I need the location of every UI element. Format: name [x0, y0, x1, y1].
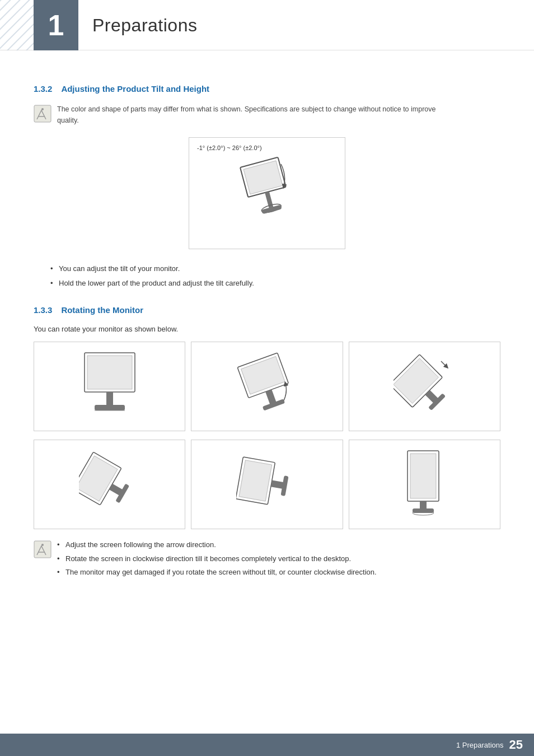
svg-rect-36 [34, 541, 51, 558]
section-1-3-3-title: Rotating the Monitor [61, 305, 143, 315]
svg-rect-28 [239, 460, 272, 501]
rotation-cell-3 [349, 342, 500, 431]
header-banner: 1 Preparations [0, 0, 534, 50]
section-1-3-2-note-box: The color and shape of parts may differ … [34, 104, 500, 126]
rotation-note-bullet-2: Rotate the screen in clockwise direction… [57, 553, 377, 564]
section-1-3-3-note-section: Adjust the screen following the arrow di… [34, 539, 500, 581]
rotation-note-bullet-3: The monitor may get damaged if you rotat… [57, 567, 377, 578]
rotation-cell-5 [191, 440, 343, 529]
tilt-monitor-svg [231, 147, 303, 240]
svg-rect-12 [106, 392, 113, 406]
section-1-3-2-number: 1.3.2 [34, 84, 52, 94]
tilt-angle-label: -1° (±2.0°) ~ 26° (±2.0°) [197, 144, 262, 151]
svg-point-4 [41, 108, 44, 110]
main-content: 1.3.2 Adjusting the Product Tilt and Hei… [0, 50, 534, 626]
section-1-3-2-note-text: The color and shape of parts may differ … [57, 104, 438, 126]
section-1-3-3-intro: You can rotate your monitor as shown bel… [34, 325, 500, 333]
footer-section-label: 1 Preparations [456, 741, 504, 749]
rotation-cell-6 [349, 440, 500, 529]
section-1-3-2-heading: 1.3.2 Adjusting the Product Tilt and Hei… [34, 84, 500, 94]
section-1-3-2-bullet-list: You can adjust the tilt of your monitor.… [50, 263, 500, 288]
bullet-item: You can adjust the tilt of your monitor. [50, 263, 500, 274]
rotation-note-bullets: Adjust the screen following the arrow di… [57, 539, 377, 581]
svg-rect-33 [420, 501, 427, 510]
svg-rect-32 [410, 454, 436, 498]
svg-point-38 [41, 544, 44, 546]
bullet-item: Hold the lower part of the product and a… [50, 278, 500, 289]
rotation-note-bullet-1: Adjust the screen following the arrow di… [57, 539, 377, 550]
section-1-3-3-heading: 1.3.3 Rotating the Monitor [34, 305, 500, 315]
tilt-diagram: -1° (±2.0°) ~ 26° (±2.0°) [189, 137, 345, 249]
rotation-grid-top [34, 342, 500, 431]
svg-rect-2 [34, 105, 51, 122]
rotation-grid-bottom [34, 440, 500, 529]
svg-rect-13 [95, 405, 125, 410]
chapter-title: Preparations [92, 15, 197, 35]
page-footer: 1 Preparations 25 [0, 734, 534, 756]
section-1-3-3-number: 1.3.3 [34, 305, 52, 315]
note-icon-2 [34, 540, 51, 558]
svg-rect-16 [241, 356, 285, 394]
rotation-cell-2 [191, 342, 343, 431]
section-1-3-2-title: Adjusting the Product Tilt and Height [61, 84, 209, 94]
tilt-diagram-container: -1° (±2.0°) ~ 26° (±2.0°) [34, 137, 500, 249]
rotation-cell-4 [34, 440, 185, 529]
chapter-number: 1 [48, 11, 64, 40]
chapter-number-block: 1 [34, 0, 78, 50]
footer-page-number: 25 [509, 738, 523, 752]
note-icon-1 [34, 105, 51, 123]
rotation-cell-1 [34, 342, 185, 431]
svg-rect-11 [87, 356, 132, 389]
